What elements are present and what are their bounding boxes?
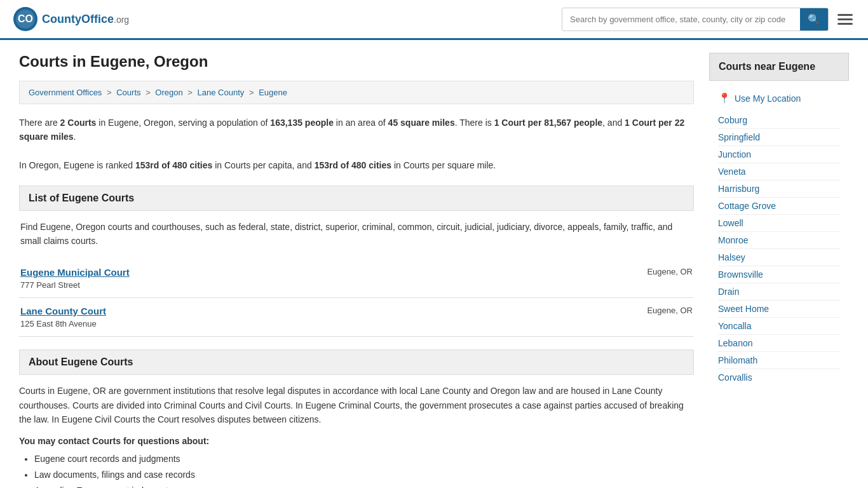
sidebar-city-list: Coburg Springfield Junction Veneta Harri… [709,112,849,386]
sidebar-title: Courts near Eugene [709,53,849,81]
sidebar-city-veneta: Veneta [718,163,840,180]
sidebar-city-philomath: Philomath [718,352,840,369]
sidebar-city-lebanon: Lebanon [718,335,840,352]
rank1: 153rd of 480 cities [135,160,212,170]
court-1-info: Eugene Municipal Court 777 Pearl Street [20,267,130,290]
contact-item-3: Appealing Eugene court judgments [34,483,694,488]
menu-line-3 [837,23,853,25]
sidebar-city-lowell-link[interactable]: Lowell [718,218,743,228]
court-2-address: 125 East 8th Avenue [20,319,106,329]
page-title: Courts in Eugene, Oregon [19,53,694,71]
rank-text1: In Oregon, Eugene is ranked [19,160,135,170]
sidebar-city-junction-link[interactable]: Junction [718,149,751,159]
header: CO CountyOffice.org 🔍 [0,0,868,40]
breadcrumb-sep-4: > [249,88,254,97]
sidebar-city-cottage-grove: Cottage Grove [718,198,840,215]
sidebar-city-lowell: Lowell [718,215,840,232]
contact-item-2: Law documents, filings and case records [34,467,694,483]
info-text5: , and [602,118,625,128]
sidebar-city-sweet-home: Sweet Home [718,301,840,318]
court-2-info: Lane County Court 125 East 8th Avenue [20,306,106,329]
court-1-city: Eugene, OR [647,267,693,276]
sidebar-city-halsey-link[interactable]: Halsey [718,252,745,262]
search-input[interactable] [562,10,800,29]
sidebar-city-yoncalla: Yoncalla [718,318,840,335]
about-section: About Eugene Courts Courts in Eugene, OR… [19,349,694,488]
about-text: Courts in Eugene, OR are government inst… [19,384,694,426]
about-section-header: About Eugene Courts [19,349,694,375]
sidebar-city-springfield: Springfield [718,129,840,146]
logo-icon: CO [13,6,38,32]
rank-text3: in Courts per square mile. [391,160,496,170]
content-area: Courts in Eugene, Oregon Government Offi… [19,53,694,488]
list-section-header: List of Eugene Courts [19,186,694,211]
sidebar-city-drain: Drain [718,283,840,301]
use-my-location-link[interactable]: Use My Location [735,93,801,104]
sidebar-city-brownsville-link[interactable]: Brownsville [718,269,763,280]
sidebar-city-sweet-home-link[interactable]: Sweet Home [718,304,769,314]
menu-button[interactable] [835,11,855,27]
contact-list: Eugene court records and judgments Law d… [34,451,694,488]
breadcrumb-gov-offices[interactable]: Government Offices [29,88,102,97]
info-text4: . There is [455,118,494,128]
sidebar-city-drain-link[interactable]: Drain [718,287,739,297]
breadcrumb-eugene[interactable]: Eugene [259,88,287,97]
location-icon: 📍 [718,92,731,104]
search-bar: 🔍 [562,8,829,31]
contact-header: You may contact Courts for questions abo… [19,436,694,446]
court-2-name[interactable]: Lane County Court [20,306,106,316]
info-text2: in Eugene, Oregon, serving a population … [96,118,270,128]
breadcrumb-oregon[interactable]: Oregon [155,88,182,97]
sidebar-city-coburg: Coburg [718,112,840,129]
court-2-city: Eugene, OR [647,306,693,315]
rank-text2: in Courts per capita, and [212,160,314,170]
sidebar-city-junction: Junction [718,146,840,163]
sidebar-city-cottage-grove-link[interactable]: Cottage Grove [718,201,776,211]
info-paragraph-1: There are 2 Courts in Eugene, Oregon, se… [19,116,694,144]
menu-line-1 [837,14,853,16]
per-capita: 1 Court per 81,567 people [494,118,602,128]
sidebar-city-coburg-link[interactable]: Coburg [718,115,747,125]
sidebar-city-philomath-link[interactable]: Philomath [718,355,757,365]
court-1-address: 777 Pearl Street [20,280,130,290]
sidebar-city-corvallis-link[interactable]: Corvallis [718,372,752,383]
sidebar-city-springfield-link[interactable]: Springfield [718,132,760,142]
sidebar-city-yoncalla-link[interactable]: Yoncalla [718,321,751,331]
sidebar-location: 📍 Use My Location [709,88,849,108]
population: 163,135 people [270,118,334,128]
logo-text: CountyOffice.org [42,13,129,26]
menu-line-2 [837,18,853,20]
main-container: Courts in Eugene, Oregon Government Offi… [0,40,868,488]
sidebar-city-harrisburg: Harrisburg [718,180,840,198]
svg-text:CO: CO [18,13,33,24]
court-item-1: Eugene Municipal Court 777 Pearl Street … [19,259,694,298]
court-1-name[interactable]: Eugene Municipal Court [20,267,130,278]
info-section: There are 2 Courts in Eugene, Oregon, se… [19,116,694,173]
sidebar-city-corvallis: Corvallis [718,369,840,386]
sidebar-city-monroe: Monroe [718,232,840,249]
contact-item-1: Eugene court records and judgments [34,451,694,467]
rank2: 153rd of 480 cities [315,160,391,170]
sidebar-city-veneta-link[interactable]: Veneta [718,166,746,177]
info-text3: in an area of [334,118,388,128]
court-list-description: Find Eugene, Oregon courts and courthous… [19,220,694,248]
courts-count: 2 Courts [60,118,97,128]
logo-area: CO CountyOffice.org [13,6,129,32]
sidebar-city-harrisburg-link[interactable]: Harrisburg [718,184,759,194]
info-paragraph-2: In Oregon, Eugene is ranked 153rd of 480… [19,158,694,172]
sidebar-city-lebanon-link[interactable]: Lebanon [718,338,753,348]
breadcrumb-sep-1: > [107,88,112,97]
breadcrumb-sep-3: > [187,88,193,97]
breadcrumb: Government Offices > Courts > Oregon > L… [19,81,694,104]
breadcrumb-courts[interactable]: Courts [116,88,140,97]
info-text1: There are [19,118,60,128]
header-right: 🔍 [562,8,855,31]
search-button[interactable]: 🔍 [800,8,828,30]
breadcrumb-sep-2: > [146,88,151,97]
sidebar-city-monroe-link[interactable]: Monroe [718,235,748,245]
sidebar-city-halsey: Halsey [718,249,840,266]
sidebar-city-brownsville: Brownsville [718,266,840,283]
info-text6: . [74,132,76,142]
sidebar: Courts near Eugene 📍 Use My Location Cob… [709,53,849,488]
breadcrumb-lane-county[interactable]: Lane County [198,88,245,97]
